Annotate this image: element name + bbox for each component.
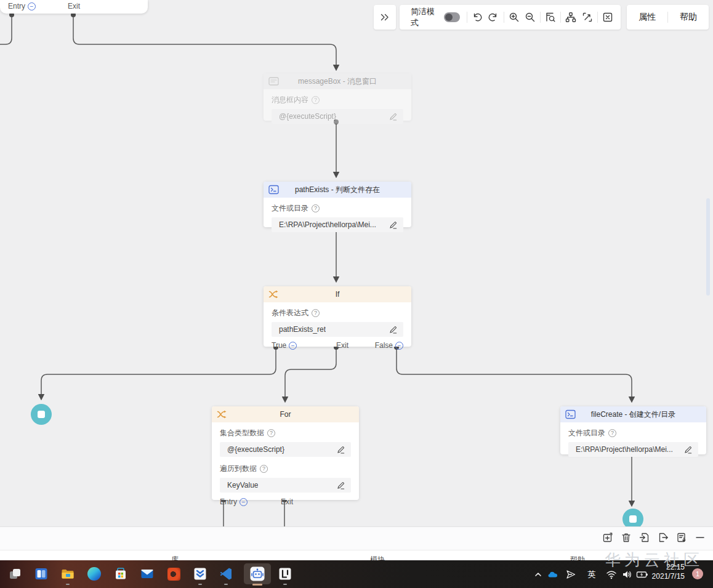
battery-tray-icon[interactable] [636,568,648,581]
running-app-indicator [283,584,287,585]
close-canvas-button[interactable] [600,8,616,26]
edge-browser-button[interactable] [86,566,102,582]
collapse-panel-button[interactable] [374,5,396,30]
properties-button[interactable]: 属性 [629,12,666,23]
edit-pencil-icon[interactable] [389,112,398,121]
node-title: If [336,290,340,299]
cloud-icon [547,568,559,581]
import-button[interactable] [639,532,650,543]
start-button[interactable] [7,566,23,582]
save-list-button[interactable] [676,532,687,543]
field-input[interactable]: E:\RPA\Project\hellorpa\Mei... [272,217,403,232]
edit-pencil-icon[interactable] [336,481,345,490]
file-explorer-button[interactable] [60,566,76,582]
notification-badge[interactable]: 1 [692,568,703,579]
office-button[interactable] [166,566,182,582]
for-ports-row: Entry − Exit [220,497,351,511]
field-input[interactable]: @{executeScript} [272,109,403,124]
node-if[interactable]: If 条件表达式 ? pathExists_ret True [264,286,411,347]
widgets-panels-icon [34,566,49,581]
node-for[interactable]: For 集合类型数据 ? @{executeScript} 遍历到数据 ? [212,406,359,500]
vscode-button[interactable] [218,566,234,582]
volume-tray-icon[interactable] [621,568,633,581]
field-label-text: 条件表达式 [272,308,308,318]
widgets-button[interactable] [33,566,49,582]
help-icon[interactable]: ? [312,309,320,317]
field-input[interactable]: pathExists_ret [272,322,403,337]
simple-mode-toggle[interactable] [444,12,460,22]
port-entry[interactable]: Entry − [220,497,248,506]
edit-pencil-icon[interactable] [389,220,398,230]
node-messagebox-header[interactable]: messageBox - 消息窗口 [264,73,411,89]
vertical-scrollbar[interactable] [706,198,710,296]
node-for-header[interactable]: For [212,406,359,422]
rpa-studio-button[interactable] [249,566,265,582]
loop-shuffle-icon [217,409,227,419]
zoom-out-button[interactable] [522,8,538,26]
field-input[interactable]: E:\RPA\Project\hellorpa\Mei... [568,442,698,457]
node-partial-top[interactable]: Entry − Exit [0,0,148,14]
running-app-indicator [66,584,70,585]
robot-icon [249,566,265,582]
clipped-text-fragment: 模块 [370,555,385,560]
microsoft-store-button[interactable] [113,566,129,582]
edit-pencil-icon[interactable] [336,445,345,454]
help-icon[interactable]: ? [312,204,320,212]
node-title: pathExists - 判断文件存在 [295,185,380,195]
clipped-text-fragment: 帮助 [570,555,585,560]
port-exit[interactable]: Exit [68,2,80,10]
port-entry[interactable]: Entry − [8,2,36,10]
blue-arrows-app-button[interactable] [192,566,208,582]
help-icon[interactable]: ? [260,465,268,473]
port-true[interactable]: True − [272,341,297,350]
wifi-tray-icon[interactable] [605,568,618,581]
port-exit[interactable]: Exit [336,341,348,350]
ime-language-label: 英 [588,569,596,580]
node-filecreate-header[interactable]: fileCreate - 创建文件/目录 [560,406,706,422]
ime-indicator[interactable]: 英 [586,568,598,581]
taskbar-clock[interactable]: 22:15 2021/7/15 [652,563,685,581]
port-false[interactable]: False − [375,341,403,350]
help-button[interactable]: 帮助 [670,12,707,23]
double-chevron-right-icon [379,12,390,23]
add-node-button[interactable] [602,532,613,543]
collapse-port-icon[interactable]: − [395,342,403,350]
help-icon[interactable]: ? [312,96,320,104]
fullscreen-button[interactable] [579,8,595,26]
end-node[interactable] [31,404,52,425]
onedrive-tray-icon[interactable] [547,568,559,581]
minimize-panel-button[interactable] [695,532,706,543]
field-input[interactable]: @{executeScript} [220,442,351,457]
collapse-port-icon[interactable]: − [28,2,36,10]
help-icon[interactable]: ? [267,429,275,437]
l-app-button[interactable] [277,566,293,582]
node-messagebox[interactable]: messageBox - 消息窗口 消息框内容 ? @{executeScrip… [264,73,411,121]
mail-button[interactable] [139,566,155,582]
side-actions: 属性 帮助 [627,5,709,30]
zoom-in-button[interactable] [506,8,522,26]
edit-pencil-icon[interactable] [389,325,398,334]
node-if-header[interactable]: If [264,286,411,302]
port-exit-label: Exit [281,497,293,506]
edit-pencil-icon[interactable] [683,445,693,454]
help-icon[interactable]: ? [608,429,616,437]
field-label-text: 集合类型数据 [220,428,264,438]
collapse-port-icon[interactable]: − [289,342,297,350]
node-pathexists[interactable]: pathExists - 判断文件存在 文件或目录 ? E:\RPA\Proje… [264,182,411,227]
undo-button[interactable] [469,8,485,26]
collapse-port-icon[interactable]: − [240,498,248,506]
fit-to-canvas-button[interactable] [542,8,558,26]
show-hidden-icons-button[interactable] [532,568,544,581]
send-app-tray-icon[interactable] [565,568,577,581]
node-filecreate[interactable]: fileCreate - 创建文件/目录 文件或目录 ? E:\RPA\Proj… [560,406,706,454]
field-input[interactable]: KeyValue [220,478,351,493]
port-exit[interactable]: Exit [281,497,293,506]
flow-canvas[interactable]: Entry − Exit messageBox - 消息窗口 消息框内容 ? [0,0,713,526]
folder-icon [60,566,75,581]
node-pathexists-header[interactable]: pathExists - 判断文件存在 [264,182,411,198]
redo-button[interactable] [485,8,501,26]
field-label: 条件表达式 ? [272,308,403,318]
auto-layout-button[interactable] [563,8,579,26]
export-button[interactable] [658,532,669,543]
delete-button[interactable] [621,532,632,543]
